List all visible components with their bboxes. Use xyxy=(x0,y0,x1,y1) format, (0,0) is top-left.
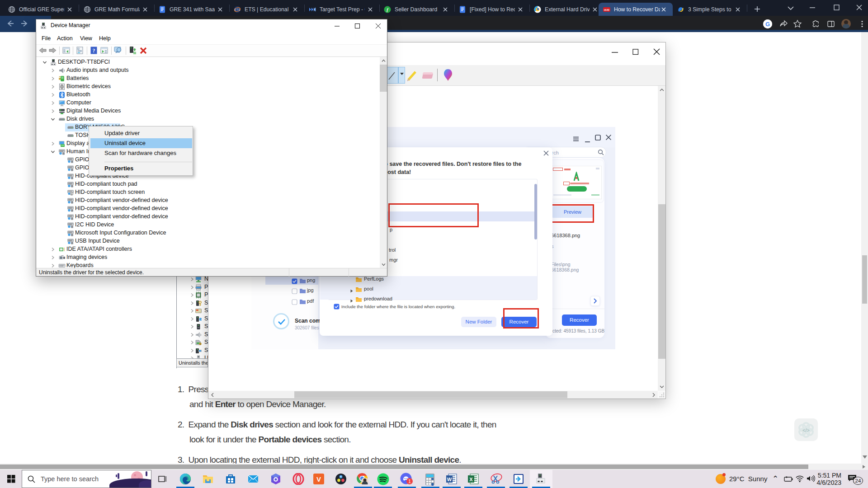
svg-text:</>: </> xyxy=(802,427,810,433)
svg-text:W: W xyxy=(447,477,452,482)
svg-text:ETS: ETS xyxy=(235,8,241,11)
svg-text:G: G xyxy=(765,21,770,28)
svg-text:HUD: HUD xyxy=(604,9,609,11)
svg-text:?: ? xyxy=(93,47,95,54)
svg-text:X: X xyxy=(469,477,473,482)
svg-text:V: V xyxy=(316,475,321,483)
svg-text:1: 1 xyxy=(408,479,411,484)
